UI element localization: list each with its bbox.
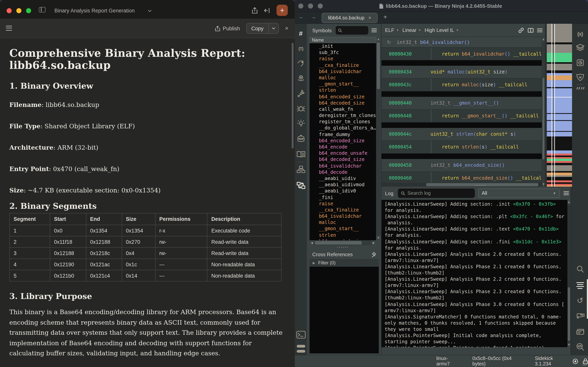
symbols-horizontal-scrollbar[interactable]: ◀ ▶ [310,240,376,245]
format-selector[interactable]: ELF▼ [385,27,399,33]
minimize-traffic-button[interactable] [16,8,21,13]
workflow-swap-icon[interactable] [295,182,307,189]
il-level-selector[interactable]: High Level IL▼ [425,27,459,33]
symbol-item[interactable]: strlen [310,87,376,93]
symbol-item[interactable]: b64_encode_unsafe [310,150,376,156]
symbol-item[interactable]: __gmon_start__ [310,226,376,232]
find-icon[interactable] [572,265,588,273]
scroll-left-icon[interactable]: ◀ [310,240,314,245]
filter-expand-icon[interactable]: ▶ [313,261,315,265]
address[interactable]: 00000454 [389,141,412,154]
symbol-item[interactable]: deregister_tm_clones [310,112,376,119]
disassembly-line[interactable]: 00000440int32_t __gmon_start__() [381,97,542,110]
symbols-sidebar-icon[interactable]: # [295,30,307,38]
disassembly-line[interactable]: 00000430return b64_isvalidchar() __tailc… [381,48,542,60]
log-search-input[interactable]: Search log [398,189,475,198]
symbol-item[interactable]: __cxa_finalize [310,207,376,213]
stack-layers-icon[interactable] [572,44,588,52]
symbol-item[interactable]: __aeabi_uidivmod [310,182,376,188]
mini-graph-icon[interactable] [295,166,307,173]
conversation-title[interactable]: Binary Analysis Report Generation [54,8,135,14]
symbol-item[interactable]: __gmon_start__ [310,81,376,87]
tab-close-icon[interactable]: × [369,15,371,21]
symbol-item[interactable]: raise [310,56,376,62]
address[interactable]: 0000044c [389,128,412,141]
symbol-item[interactable]: _fini [310,194,376,200]
symbol-item[interactable]: _init [310,43,376,49]
forward-button[interactable]: → [311,14,316,20]
panel-pill-bottom[interactable] [297,350,305,353]
back-button[interactable]: ← [299,14,304,20]
symbol-item[interactable]: sub_3fc [310,49,376,56]
view-vertical-scrollbar[interactable]: ▲ ▼ [542,37,545,187]
split-view-icon[interactable] [528,28,534,33]
symbol-item[interactable]: b64_decoded_size [310,157,376,163]
new-tab-button[interactable]: + [383,14,387,21]
symbol-item[interactable]: __cxa_finalize [310,62,376,68]
scroll-up-icon[interactable]: ▲ [376,37,381,42]
symbol-item[interactable]: b64_isvalidchar [310,213,376,219]
archive-stack-icon[interactable] [572,328,588,335]
terminal-icon[interactable] [295,331,307,339]
address[interactable]: 00000460 [389,172,412,183]
document-scrollbar[interactable] [292,43,294,149]
symbol-item[interactable]: b64_encode [310,144,376,150]
scroll-up-icon[interactable]: ▲ [567,200,571,204]
code-search-icon[interactable] [572,342,588,351]
strings-quotes-icon[interactable]: ”” [572,88,588,94]
symbol-item[interactable]: strlen [310,232,376,238]
outline-icon[interactable] [6,26,12,32]
zoom-traffic-button[interactable] [318,3,323,8]
address[interactable]: 00000434 [389,66,412,79]
feature-map[interactable] [547,24,572,187]
symbol-item[interactable]: __aeabi_uidiv [310,175,376,182]
log-sidebar-icon[interactable] [572,281,588,290]
call-graph-icon[interactable] [295,90,307,98]
log-filter-dropdown[interactable]: All ▼ [478,189,559,198]
sidekick-bot-icon[interactable] [295,135,307,143]
types-sidebar-icon[interactable]: {T} [295,46,307,51]
new-chat-button[interactable]: + [277,5,288,16]
sidebar-toggle-icon[interactable] [39,7,45,12]
panel-pill-top[interactable] [297,345,305,348]
symbol-item[interactable]: b64_encoded_size [310,138,376,144]
scroll-right-icon[interactable]: ▶ [371,240,376,245]
disassembly-line[interactable]: 0000044cuint32_t strlen(char const* s) [381,128,542,141]
symbol-item[interactable]: b64_isvalidchar [310,163,376,169]
tags-icon[interactable] [295,60,307,67]
symbol-item[interactable]: b64_decoded_size [310,100,376,106]
address[interactable]: 00000458 [389,159,412,172]
close-traffic-button[interactable] [7,8,12,13]
publish-button[interactable]: Publish [215,25,240,31]
address[interactable]: 00000430 [389,48,412,60]
register-preview-icon[interactable] [572,59,588,67]
disassembly-line[interactable]: 00000458int32_t b64_encoded_size() [381,159,542,172]
zoom-traffic-button[interactable] [26,8,31,13]
symbols-search-input[interactable] [336,26,368,35]
snapshot-camera-icon[interactable] [572,312,588,319]
symbol-item[interactable]: register_tm_clones [310,119,376,125]
disassembly-line[interactable]: 00000434void* malloc(uint32_t size) [381,66,542,79]
disassembly-line[interactable]: 0000043creturn malloc(size) __tailcall [381,79,542,91]
log-splitter[interactable] [475,185,588,186]
address[interactable]: 00000448 [389,110,412,123]
pin-icon[interactable] [371,252,377,257]
address[interactable]: 0000043c [389,79,412,91]
artifact-document[interactable]: Comprehensive Binary Analysis Report: li… [0,39,295,367]
symbol-item[interactable]: b64_isvalidchar [310,68,376,75]
close-traffic-button[interactable] [298,3,303,8]
address[interactable]: 00000440 [389,97,412,110]
symbol-item[interactable]: b64_encoded_size [310,93,376,100]
documentation-icon[interactable] [295,151,307,158]
disassembly-line[interactable]: 00000460return b64_encoded_size() __tail… [381,172,542,183]
debugger-icon[interactable] [295,105,307,112]
view-type-selector[interactable]: Linear▼ [403,27,421,33]
copy-button[interactable]: Copy [246,23,279,34]
symbols-column-header[interactable]: Name [310,37,376,43]
disassembly-line[interactable]: 00000448return __gmon_start__() __tailca… [381,110,542,123]
symbols-vertical-scrollbar[interactable]: ▲ ▼ [376,37,381,240]
scroll-down-icon[interactable]: ▼ [542,182,545,187]
possible-value-set-icon[interactable] [295,120,307,127]
sync-link-icon[interactable] [518,27,524,33]
symbol-item[interactable]: malloc [310,75,376,81]
